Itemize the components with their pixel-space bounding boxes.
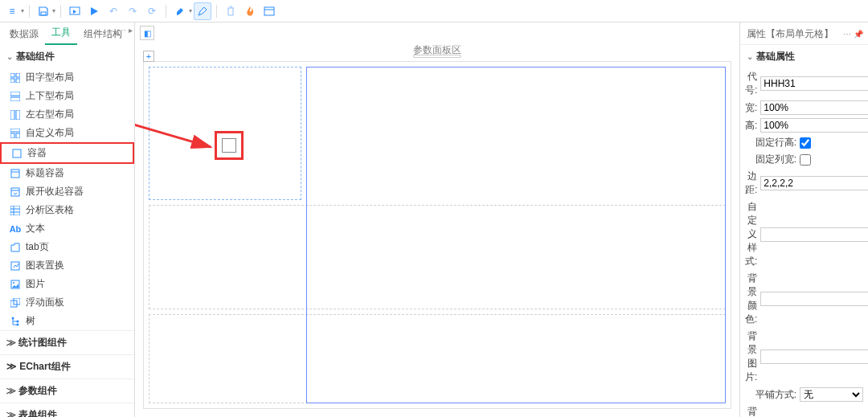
rows-icon: [10, 91, 21, 102]
tree-icon: [10, 316, 21, 327]
play-icon[interactable]: [85, 2, 103, 20]
item-label: 上下型布局: [26, 89, 74, 103]
redo-icon[interactable]: ↷: [124, 2, 141, 20]
group-form[interactable]: ≫ 表单组件: [0, 403, 134, 417]
group-param[interactable]: ≫ 参数组件: [0, 378, 134, 403]
left-panel: 数据源 工具 组件结构 ⋯ ▸ ⌄基础组件 田字型布局 上下型布局 左右型布局 …: [0, 22, 135, 417]
label-height: 高:: [745, 119, 757, 133]
group-label: EChart组件: [19, 361, 70, 372]
refresh-icon[interactable]: ⟳: [143, 2, 161, 20]
svg-rect-24: [11, 262, 19, 270]
left-tabs: 数据源 工具 组件结构 ⋯ ▸: [0, 22, 134, 45]
item-tree[interactable]: 树: [0, 312, 134, 330]
svg-rect-20: [10, 206, 20, 215]
group-stat[interactable]: ≫ 统计图组件: [0, 330, 134, 354]
input-width[interactable]: [760, 100, 868, 115]
main-toolbar: ≡▾ ▾ ↶ ↷ ⟳ ▾: [0, 0, 868, 22]
props-basic-group[interactable]: ⌄基础属性: [740, 45, 868, 68]
paint-icon[interactable]: [171, 2, 189, 20]
label-fixrow: 固定行高:: [745, 136, 796, 149]
item-title-container[interactable]: 标题容器: [0, 164, 134, 182]
text-icon: Ab: [10, 223, 21, 235]
input-bgcolor[interactable]: [760, 292, 868, 306]
item-custom-layout[interactable]: 自定义布局: [0, 124, 134, 142]
svg-rect-4: [10, 73, 14, 77]
item-float-panel[interactable]: 浮动面板: [0, 293, 134, 312]
save-icon[interactable]: [35, 2, 52, 20]
trash-icon[interactable]: [222, 2, 240, 20]
item-label: 文本: [26, 222, 45, 235]
svg-rect-7: [16, 79, 20, 83]
properties-title: 属性【布局单元格】⋯ 📌: [740, 22, 868, 45]
item-collapse-container[interactable]: 展开收起容器: [0, 182, 134, 201]
item-label: 树: [26, 314, 35, 328]
item-horiz-layout[interactable]: 左右型布局: [0, 105, 134, 124]
svg-rect-6: [10, 79, 14, 83]
swap-icon: [10, 260, 21, 272]
tabs-more-icon[interactable]: ⋯ ▸: [118, 26, 133, 35]
svg-rect-5: [16, 73, 20, 77]
float-icon: [10, 297, 21, 309]
check-fixrow[interactable]: [800, 137, 811, 149]
drop-inner-icon: [222, 138, 236, 153]
custom-icon: [10, 128, 21, 139]
svg-rect-15: [13, 149, 21, 157]
tab-tools[interactable]: 工具: [45, 22, 77, 45]
item-chart-swap[interactable]: 图表置换: [0, 256, 134, 275]
item-label: 田字型布局: [26, 71, 74, 84]
add-cell-icon[interactable]: +: [143, 51, 154, 62]
item-analysis-table[interactable]: 分析区表格: [0, 201, 134, 219]
item-label: 自定义布局: [26, 126, 74, 140]
input-margin[interactable]: [760, 176, 868, 190]
select-tile[interactable]: 无: [800, 387, 863, 402]
svg-rect-10: [10, 110, 14, 120]
undo-icon[interactable]: ↶: [104, 2, 122, 20]
svg-rect-2: [264, 7, 274, 15]
pin-icon[interactable]: ⋯ 📌: [843, 30, 863, 39]
design-surface[interactable]: +: [143, 61, 731, 409]
group-label: 表单组件: [18, 409, 57, 417]
tab-icon: [10, 242, 21, 253]
group-basic[interactable]: ⌄基础组件: [0, 45, 134, 68]
drag-handle[interactable]: [413, 55, 461, 58]
label-tile: 平铺方式:: [745, 388, 796, 402]
item-vert-layout[interactable]: 上下型布局: [0, 87, 134, 105]
input-bgimg[interactable]: [760, 350, 868, 364]
preview-icon[interactable]: [66, 2, 84, 20]
item-label: 图片: [26, 277, 45, 291]
item-tab-page[interactable]: tab页: [0, 238, 134, 256]
menu-icon[interactable]: ≡: [3, 2, 21, 20]
canvas-area[interactable]: ◧ 参数面板区 +: [135, 22, 739, 417]
group-label: 基础属性: [756, 50, 795, 63]
group-label: 统计图组件: [18, 337, 67, 348]
pencil-icon[interactable]: [194, 2, 211, 20]
canvas-mini-tab[interactable]: ◧: [140, 26, 154, 40]
item-label: 标题容器: [26, 166, 64, 180]
window-icon[interactable]: [260, 2, 278, 20]
input-custom[interactable]: [760, 227, 868, 242]
collapse-icon: [10, 186, 21, 198]
item-text[interactable]: Ab文本: [0, 219, 134, 238]
svg-rect-16: [11, 170, 19, 178]
item-label: 图表置换: [26, 259, 64, 272]
item-tian-layout[interactable]: 田字型布局: [0, 68, 134, 87]
basic-tree: 田字型布局 上下型布局 左右型布局 自定义布局 容器 标题容器 展开收起容器 分…: [0, 68, 134, 330]
check-fixcol[interactable]: [800, 154, 811, 166]
item-image[interactable]: 图片: [0, 275, 134, 293]
tab-datasource[interactable]: 数据源: [3, 23, 45, 45]
input-height[interactable]: [760, 118, 868, 133]
item-label: 容器: [27, 146, 47, 160]
layout-cell-2[interactable]: [306, 67, 726, 403]
titlebox-icon: [10, 168, 21, 179]
input-code[interactable]: [760, 76, 868, 91]
item-label: 分析区表格: [26, 203, 74, 217]
label-width: 宽:: [745, 101, 757, 115]
group-echart[interactable]: ≫ EChart组件: [0, 354, 134, 378]
item-label: 展开收起容器: [26, 185, 84, 198]
drop-indicator: [215, 131, 244, 160]
flame-icon[interactable]: [241, 2, 259, 20]
svg-rect-8: [10, 92, 20, 96]
image-icon: [10, 279, 21, 290]
label-margin: 边距:: [745, 170, 757, 197]
item-container[interactable]: 容器: [0, 142, 134, 164]
